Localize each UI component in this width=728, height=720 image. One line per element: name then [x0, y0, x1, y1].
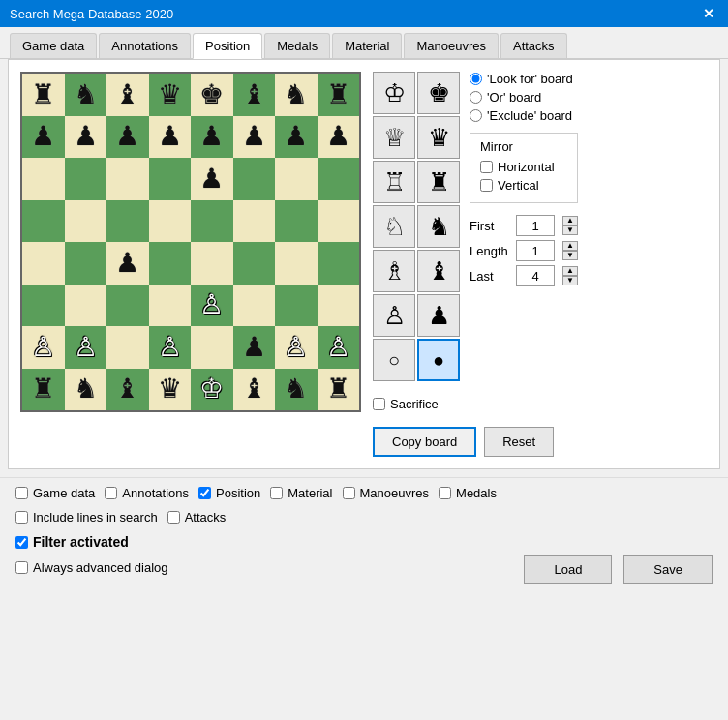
length-down[interactable]: ▼ — [562, 251, 578, 260]
save-button[interactable]: Save — [623, 555, 713, 584]
cell-7-2[interactable]: ♝ — [106, 369, 149, 411]
cell-1-3[interactable]: ♟ — [149, 116, 192, 159]
cell-3-7[interactable] — [318, 200, 360, 243]
piece-btn-black-bishop[interactable]: ♝ — [417, 250, 460, 292]
cell-6-5[interactable]: ♟ — [233, 326, 276, 369]
bottom-game-data[interactable]: Game data — [15, 486, 95, 500]
cell-2-1[interactable] — [65, 158, 107, 200]
piece-btn-black-king[interactable]: ♚ — [417, 72, 460, 114]
cell-0-1[interactable]: ♞ — [65, 74, 107, 116]
load-button[interactable]: Load — [524, 555, 612, 584]
bottom-attacks[interactable]: Attacks — [167, 510, 227, 525]
cell-3-2[interactable] — [106, 200, 149, 243]
cell-0-4[interactable]: ♚ — [191, 74, 233, 116]
last-input[interactable] — [516, 265, 555, 286]
cell-2-0[interactable] — [22, 158, 65, 200]
bottom-manoeuvres[interactable]: Manoeuvres — [343, 486, 430, 500]
last-up[interactable]: ▲ — [562, 266, 578, 276]
piece-btn-white-knight[interactable]: ♘ — [373, 205, 415, 248]
cell-7-3[interactable]: ♛ — [149, 369, 192, 411]
cell-3-3[interactable] — [149, 200, 192, 243]
cell-4-6[interactable] — [275, 242, 318, 285]
cell-0-2[interactable]: ♝ — [106, 74, 149, 116]
tab-material[interactable]: Material — [332, 33, 402, 58]
tab-position[interactable]: Position — [193, 33, 262, 59]
cell-3-5[interactable] — [233, 200, 276, 243]
cell-7-7[interactable]: ♜ — [318, 369, 360, 411]
bottom-position[interactable]: Position — [198, 486, 260, 500]
cell-7-1[interactable]: ♞ — [65, 369, 107, 411]
cell-6-3[interactable]: ♙ — [149, 326, 192, 369]
length-input[interactable] — [516, 240, 555, 261]
cell-5-6[interactable] — [275, 285, 318, 327]
cell-5-3[interactable] — [149, 285, 192, 327]
bottom-include-lines[interactable]: Include lines in search — [15, 510, 158, 525]
piece-btn-black-queen[interactable]: ♛ — [417, 116, 460, 159]
piece-btn-white-king[interactable]: ♔ — [373, 72, 415, 114]
cell-4-4[interactable] — [191, 242, 233, 285]
first-input[interactable] — [516, 215, 555, 236]
cell-3-4[interactable] — [191, 200, 233, 243]
cell-5-7[interactable] — [318, 285, 360, 327]
cell-0-5[interactable]: ♝ — [233, 74, 276, 116]
cell-6-0[interactable]: ♙ — [22, 326, 65, 369]
cell-2-6[interactable] — [275, 158, 318, 200]
always-advanced[interactable]: Always advanced dialog — [15, 560, 167, 575]
cell-4-0[interactable] — [22, 242, 65, 285]
cell-5-5[interactable] — [233, 285, 276, 327]
cell-2-3[interactable] — [149, 158, 192, 200]
piece-btn-white-rook[interactable]: ♖ — [373, 161, 415, 203]
cell-0-6[interactable]: ♞ — [275, 74, 318, 116]
length-up[interactable]: ▲ — [562, 241, 578, 251]
cell-1-5[interactable]: ♟ — [233, 116, 276, 159]
cell-6-2[interactable] — [106, 326, 149, 369]
cell-7-6[interactable]: ♞ — [275, 369, 318, 411]
first-down[interactable]: ▼ — [562, 225, 578, 235]
cell-1-6[interactable]: ♟ — [275, 116, 318, 159]
cell-3-6[interactable] — [275, 200, 318, 243]
checkbox-horizontal[interactable]: Horizontal — [480, 160, 567, 174]
radio-exclude[interactable]: 'Exclude' board — [470, 108, 578, 123]
cell-7-4[interactable]: ♔ — [191, 369, 233, 411]
cell-0-3[interactable]: ♛ — [149, 74, 192, 116]
cell-1-2[interactable]: ♟ — [106, 116, 149, 159]
tab-annotations[interactable]: Annotations — [99, 33, 191, 58]
piece-btn-empty-white[interactable]: ○ — [373, 339, 415, 381]
bottom-medals[interactable]: Medals — [439, 486, 497, 500]
cell-2-7[interactable] — [318, 158, 360, 200]
cell-0-7[interactable]: ♜ — [318, 74, 360, 116]
piece-btn-white-queen[interactable]: ♕ — [373, 116, 415, 159]
cell-5-2[interactable] — [106, 285, 149, 327]
cell-4-7[interactable] — [318, 242, 360, 285]
piece-btn-black-pawn[interactable]: ♟ — [417, 294, 460, 337]
cell-5-0[interactable] — [22, 285, 65, 327]
cell-1-1[interactable]: ♟ — [65, 116, 107, 159]
bottom-material[interactable]: Material — [270, 486, 332, 500]
filter-checkbox[interactable] — [15, 536, 28, 549]
cell-6-4[interactable] — [191, 326, 233, 369]
cell-5-1[interactable] — [65, 285, 107, 327]
piece-btn-white-bishop[interactable]: ♗ — [373, 250, 415, 292]
cell-1-7[interactable]: ♟ — [318, 116, 360, 159]
piece-btn-empty-black[interactable]: ● — [417, 339, 460, 381]
first-up[interactable]: ▲ — [562, 216, 578, 225]
tab-medals[interactable]: Medals — [264, 33, 330, 58]
cell-0-0[interactable]: ♜ — [22, 74, 65, 116]
radio-look-for[interactable]: 'Look for' board — [470, 72, 578, 86]
cell-4-1[interactable] — [65, 242, 107, 285]
tab-manoeuvres[interactable]: Manoeuvres — [404, 33, 499, 58]
last-down[interactable]: ▼ — [562, 276, 578, 285]
cell-2-4[interactable]: ♟ — [191, 158, 233, 200]
piece-btn-black-knight[interactable]: ♞ — [417, 205, 460, 248]
piece-btn-white-pawn[interactable]: ♙ — [373, 294, 415, 337]
sacrifice-checkbox[interactable] — [373, 398, 385, 410]
cell-6-7[interactable]: ♙ — [318, 326, 360, 369]
tab-attacks[interactable]: Attacks — [500, 33, 567, 58]
cell-1-0[interactable]: ♟ — [22, 116, 65, 159]
cell-6-1[interactable]: ♙ — [65, 326, 107, 369]
cell-2-2[interactable] — [106, 158, 149, 200]
cell-7-0[interactable]: ♜ — [22, 369, 65, 411]
piece-btn-black-rook[interactable]: ♜ — [417, 161, 460, 203]
reset-button[interactable]: Reset — [484, 427, 554, 457]
tab-game-data[interactable]: Game data — [10, 33, 97, 58]
